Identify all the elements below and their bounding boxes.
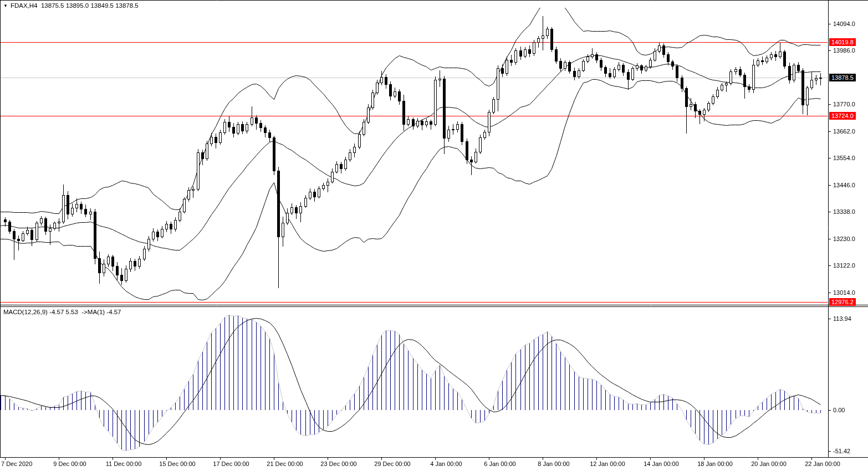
mt4-chart-window: ▼FDAX,H4 13875.5 13895.0 13849.5 13878.5…	[0, 0, 868, 471]
price-tick-label: 13014.0	[833, 289, 855, 296]
price-tick-label: 13230.0	[833, 235, 855, 243]
macd-tick-label: 113.94	[833, 315, 851, 322]
time-axis-label: 15 Dec 00:00	[159, 460, 195, 468]
time-axis-label: 20 Jan 00:00	[751, 460, 787, 468]
time-axis-label: 11 Dec 00:00	[106, 460, 142, 468]
time-axis-label: 23 Dec 00:00	[320, 460, 356, 468]
time-axis-label: 12 Jan 00:00	[590, 460, 625, 468]
time-axis-label: 17 Dec 00:00	[213, 460, 249, 468]
ohlc-values: 13875.5 13895.0 13849.5 13878.5	[41, 2, 139, 9]
symbol-ohlc-header: ▼FDAX,H4 13875.5 13895.0 13849.5 13878.5	[3, 2, 139, 9]
price-tick-label: 13446.0	[833, 181, 855, 189]
price-tick-label: 13662.0	[833, 127, 855, 135]
time-axis-label: 4 Jan 00:00	[430, 460, 462, 468]
macd-tick-label: -51.42	[833, 447, 850, 455]
macd-tick-label: 0.00	[833, 406, 845, 414]
time-axis-label: 21 Dec 00:00	[267, 460, 303, 468]
price-line-badge[interactable]: 14019.8	[829, 38, 856, 46]
time-axis-label: 18 Jan 00:00	[697, 460, 733, 468]
current-price-badge: 13878.5	[829, 74, 856, 81]
price-tick-label: 14094.0	[833, 20, 855, 28]
symbol-dropdown-icon[interactable]: ▼	[3, 3, 8, 8]
time-axis-label: 14 Jan 00:00	[644, 460, 679, 468]
chart-canvas[interactable]	[0, 0, 868, 471]
price-tick-label: 13122.0	[833, 262, 855, 269]
time-axis-label: 22 Jan 00:00	[805, 460, 840, 468]
price-line-badge[interactable]: 12976.2	[829, 298, 856, 306]
time-axis-label: 9 Dec 00:00	[53, 460, 86, 468]
price-tick-label: 13986.0	[833, 47, 855, 54]
time-axis-label: 6 Jan 00:00	[484, 460, 516, 468]
price-line-badge[interactable]: 13724.0	[829, 112, 856, 120]
price-tick-label: 13554.0	[833, 154, 855, 162]
time-axis-label: 7 Dec 2020	[1, 460, 32, 468]
symbol-label: FDAX,H4	[11, 2, 38, 9]
price-tick-label: 13338.0	[833, 208, 855, 216]
macd-indicator-label: MACD(12,26,9) -4.57 5.53 ->MA(1) -4.57	[3, 309, 121, 315]
price-tick-label: 13770.0	[833, 100, 855, 108]
time-axis-label: 8 Jan 00:00	[538, 460, 570, 468]
time-axis-label: 29 Dec 00:00	[374, 460, 410, 468]
